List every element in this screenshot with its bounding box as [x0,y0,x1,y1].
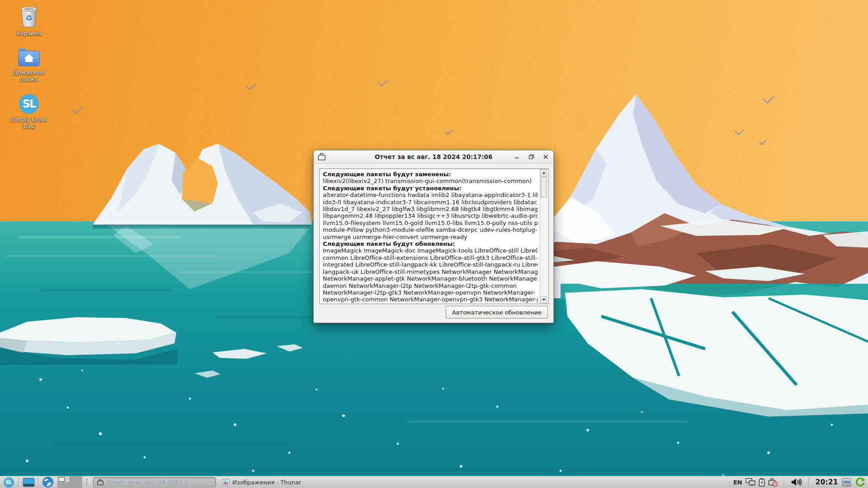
report-scrollbar[interactable] [540,169,547,304]
speaker-icon [791,478,802,486]
task-label: Изображения - Thunar [232,479,301,486]
report-line: libexiv2(libexiv2_27) transmission-gui-c… [323,178,538,184]
desktop-icon-simply-linux[interactable]: SL Simply Linux 10.2 [4,94,54,130]
birds [72,80,774,145]
home-folder-icon [18,47,40,67]
report-line: libpangomm2.48 libpoppler134 libsigc++3 … [323,212,538,219]
web-browser-launcher[interactable] [42,477,54,488]
package-box-icon [841,478,852,487]
clock[interactable]: 20:21 [816,478,838,486]
desktop-icon-home[interactable]: Домашняя папка [4,47,54,83]
scroll-down-button[interactable] [541,296,547,303]
desktop-icon-label: Simply Linux 10.2 [5,116,52,130]
minimize-icon [514,154,519,160]
report-line: Следующие пакеты будут установлены: [323,185,538,192]
desktop-icons: ♻ Корзина Домашняя папка SL Simply Linux… [4,5,54,141]
svg-text:SL: SL [23,98,36,110]
workspace-1[interactable] [57,476,70,482]
update-notifier-tray-item[interactable] [855,477,865,487]
workspace-3[interactable] [57,483,70,488]
desktop-icon-label: Корзина [16,30,41,37]
report-line: Следующие пакеты будут обновлены: [323,240,538,247]
workspace-2[interactable] [70,476,83,482]
image-viewer-icon [222,479,230,486]
tray-separator [784,478,785,487]
auto-update-button[interactable]: Автоматическое обновление [446,306,548,319]
workspace-pager[interactable] [57,476,82,488]
volume-tray-item[interactable] [791,478,802,486]
report-line: NetworkManager-l2tp-gtk3 NetworkManager-… [323,289,538,296]
report-line: llvm15.0-filesystem llvm15.0-gold llvm15… [323,220,538,226]
taskbar-task-thunar[interactable]: Изображения - Thunar [219,477,304,488]
panel-separator [19,478,19,487]
arrow-up-icon [542,172,546,174]
system-tray: EN [733,477,868,487]
workspace-4[interactable] [70,483,83,488]
report-line: daemon NetworkManager-l2tp NetworkManage… [323,282,538,289]
trash-icon: ♻ [19,5,39,28]
panel-drag-handle[interactable] [86,479,90,486]
scrollbar-thumb[interactable] [541,177,547,197]
scroll-up-button[interactable] [541,169,547,176]
report-line: ido3-0 libayatana-indicator3-7 libcairom… [323,199,538,206]
desktop-icon-trash[interactable]: ♻ Корзина [4,5,54,37]
report-line: usrmerge usrmerge-hier-convert usrmerge-… [323,234,538,240]
display-settings-tray-item[interactable] [745,478,755,486]
tray-separator [808,478,809,487]
taskbar: SL Отчет за вс авг. 18 2024 2... [0,476,868,488]
arrow-down-icon [542,299,546,301]
battery-charging-icon [759,478,765,487]
task-label: Отчет за вс авг. 18 2024 2... [107,479,193,486]
desktop-icon-label: Домашняя папка [5,69,52,83]
applications-menu-button[interactable]: SL [2,477,15,488]
simply-linux-logo: SL [19,94,39,114]
report-line: langpack-uk LibreOffice-still-mimetypes … [323,268,538,275]
report-line: ImageMagick ImageMagick-doc ImageMagick-… [323,247,538,254]
simply-linux-menu-icon: SL [4,477,14,488]
svg-text:♻: ♻ [25,14,32,23]
briefcase-icon [97,479,104,486]
report-line: openvpn-gtk-common NetworkManager-openvp… [323,296,538,303]
taskbar-task-report[interactable]: Отчет за вс авг. 18 2024 2... [93,477,216,488]
refresh-arrow-icon [855,477,865,487]
keyboard-layout-indicator[interactable]: EN [733,479,742,486]
bag-clock-icon [768,478,778,487]
report-line: alterator-datetime-functions hwdata imli… [323,192,538,198]
report-dialog-window: Отчет за вс авг. 18 2024 20:17:06 Следую… [313,150,554,323]
updates-pending-tray-item[interactable] [768,478,778,487]
show-desktop-button[interactable] [23,477,35,488]
restore-button[interactable] [526,152,536,162]
window-controls [512,150,551,163]
desktop-icon [23,478,35,487]
report-line: Следующие пакеты будут заменены: [323,171,538,178]
close-button[interactable] [541,152,551,162]
report-line: NetworkManager-applet-gtk NetworkManager… [323,275,538,282]
report-text-view[interactable]: Следующие пакеты будут заменены:libexiv2… [319,169,549,304]
report-line: libdav1d_7 libexiv2_27 libglfw3 libglibm… [323,206,538,212]
report-line: integrated LibreOffice-still-langpack-kk… [323,261,538,268]
restore-icon [528,154,534,160]
battery-tray-item[interactable] [759,478,765,487]
dual-monitor-icon [745,478,755,486]
globe-icon [42,476,54,488]
dialog-titlebar[interactable]: Отчет за вс авг. 18 2024 20:17:06 [314,150,553,164]
close-icon [543,154,548,160]
package-manager-tray-item[interactable] [841,478,852,487]
report-line: module-Pillow python3-module-olefile sam… [323,226,538,233]
report-line: common LibreOffice-still-extensions Libr… [323,254,538,261]
minimize-button[interactable] [512,152,522,162]
panel-separator [38,478,39,487]
